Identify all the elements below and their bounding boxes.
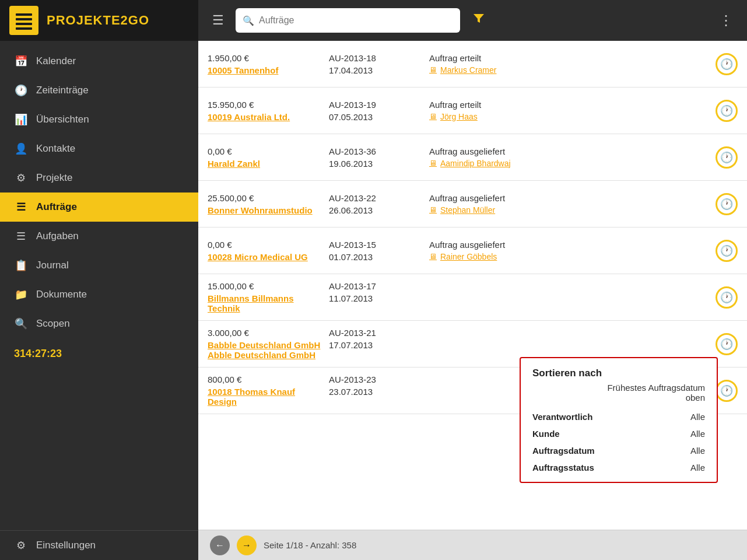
svg-rect-3 xyxy=(16,27,32,30)
auftragsdatum-label: Auftragsdatum xyxy=(532,446,595,456)
timer-button[interactable]: 🕐 xyxy=(716,240,738,262)
order-date: 01.07.2013 xyxy=(329,252,429,262)
order-id: AU-2013-22 xyxy=(329,193,429,203)
order-link[interactable]: 10019 Australia Ltd. xyxy=(208,112,324,122)
svg-rect-0 xyxy=(16,13,32,16)
order-link[interactable]: 10028 Micro Medical UG xyxy=(208,252,324,262)
timer-button[interactable]: 🕐 xyxy=(716,100,738,122)
sidebar-item-scopen[interactable]: 🔍 Scopen xyxy=(0,309,198,338)
order-amount: 25.500,00 € xyxy=(208,193,324,203)
order-date: 23.07.2013 xyxy=(329,387,429,397)
sort-value: Frühestes Auftragsdatum oben xyxy=(607,383,705,402)
orders-list: 1.950,00 € 10005 Tannenhof AU-2013-18 17… xyxy=(198,41,747,530)
order-status: Auftrag ausgeliefert xyxy=(429,240,711,250)
person-link[interactable]: 🖥Markus Cramer xyxy=(429,65,711,75)
auftragsstatus-value[interactable]: Alle xyxy=(690,463,705,473)
sidebar-item-dokumente[interactable]: 📁 Dokumente xyxy=(0,280,198,309)
sidebar-item-einstellungen[interactable]: ⚙ Einstellungen xyxy=(0,531,198,560)
svg-rect-2 xyxy=(16,23,32,25)
page-info: Seite 1/18 - Anzahl: 358 xyxy=(264,540,356,550)
filter-button[interactable] xyxy=(467,7,490,34)
sidebar-header: PROJEKTE2GO xyxy=(0,0,198,41)
timer-button[interactable]: 🕐 xyxy=(716,286,738,309)
person-link[interactable]: 🖥Stephan Müller xyxy=(429,205,711,215)
order-status: Auftrag ausgeliefert xyxy=(429,146,711,156)
auftragsdatum-value[interactable]: Alle xyxy=(690,446,705,456)
order-id: AU-2013-19 xyxy=(329,100,429,110)
person-icon: 👤 xyxy=(14,142,28,155)
order-date: 19.06.2013 xyxy=(329,159,429,169)
sidebar-item-zeiteintraege[interactable]: 🕐 Zeiteinträge xyxy=(0,76,198,105)
search-box[interactable]: 🔍 xyxy=(236,8,460,33)
timer-button[interactable]: 🕐 xyxy=(716,380,738,402)
order-amount: 15.950,00 € xyxy=(208,100,324,110)
svg-rect-1 xyxy=(16,18,32,20)
verantwortlich-value[interactable]: Alle xyxy=(690,412,705,422)
filter-popup: Sortieren nach Frühestes Auftragsdatum o… xyxy=(520,357,718,483)
order-date: 07.05.2013 xyxy=(329,112,429,122)
sidebar-item-auftraege[interactable]: ☰ Aufträge xyxy=(0,192,198,222)
table-row: 1.950,00 € 10005 Tannenhof AU-2013-18 17… xyxy=(198,41,747,88)
order-link[interactable]: Babble Deutschland GmbH Abble Deutschlan… xyxy=(208,340,324,360)
list-icon: ☰ xyxy=(14,201,28,214)
kunde-value[interactable]: Alle xyxy=(690,429,705,439)
person-link[interactable]: 🖥Aamindip Bhardwaj xyxy=(429,159,711,168)
prev-page-button[interactable]: ← xyxy=(210,536,230,555)
sidebar-item-aufgaben[interactable]: ☰ Aufgaben xyxy=(0,222,198,251)
pagination-bar: ← → Seite 1/18 - Anzahl: 358 xyxy=(198,530,747,560)
table-row: 15.000,00 € Billmanns Billmanns Technik … xyxy=(198,274,747,321)
table-row: 25.500,00 € Bonner Wohnraumstudio AU-201… xyxy=(198,181,747,228)
nav-menu: 📅 Kalender 🕐 Zeiteinträge 📊 Übersichten … xyxy=(0,41,198,530)
menu-button[interactable]: ☰ xyxy=(208,8,229,33)
order-amount: 1.950,00 € xyxy=(208,53,324,63)
order-date: 17.04.2013 xyxy=(329,65,429,75)
settings-section: ⚙ Einstellungen xyxy=(0,530,198,560)
order-amount: 800,00 € xyxy=(208,374,324,384)
calendar-icon: 📅 xyxy=(14,55,28,68)
kunde-label: Kunde xyxy=(532,429,560,439)
order-link[interactable]: 10018 Thomas Knauf Design xyxy=(208,387,324,407)
search-input[interactable] xyxy=(259,15,453,26)
verantwortlich-label: Verantwortlich xyxy=(532,412,592,422)
sidebar-item-journal[interactable]: 📋 Journal xyxy=(0,251,198,280)
order-link[interactable]: Bonner Wohnraumstudio xyxy=(208,205,324,215)
tasks-icon: ☰ xyxy=(14,230,28,243)
auftragsstatus-label: Auftragsstatus xyxy=(532,463,594,473)
more-options-button[interactable]: ⋮ xyxy=(714,8,738,33)
order-date: 17.07.2013 xyxy=(329,340,429,350)
search-icon: 🔍 xyxy=(14,317,28,330)
timer-button[interactable]: 🕐 xyxy=(716,193,738,215)
sidebar-item-kalender[interactable]: 📅 Kalender xyxy=(0,47,198,76)
table-row: 15.950,00 € 10019 Australia Ltd. AU-2013… xyxy=(198,88,747,134)
person-link[interactable]: 🖥Rainer Göbbels xyxy=(429,252,711,261)
timer-button[interactable]: 🕐 xyxy=(716,146,738,169)
order-amount: 0,00 € xyxy=(208,240,324,250)
order-amount: 15.000,00 € xyxy=(208,281,324,291)
order-link[interactable]: Harald Zankl xyxy=(208,159,324,169)
order-amount: 0,00 € xyxy=(208,146,324,156)
logo-icon xyxy=(9,6,38,35)
order-id: AU-2013-15 xyxy=(329,240,429,250)
order-status: Auftrag erteilt xyxy=(429,100,711,110)
main-area: ☰ 🔍 ⋮ 1.950,00 € 10005 Tannenhof AU-2013… xyxy=(198,0,747,560)
folder-icon: 📁 xyxy=(14,288,28,301)
order-date: 26.06.2013 xyxy=(329,205,429,215)
table-row: 0,00 € Harald Zankl AU-2013-36 19.06.201… xyxy=(198,134,747,181)
sidebar-item-projekte[interactable]: ⚙ Projekte xyxy=(0,163,198,192)
sidebar-item-kontakte[interactable]: 👤 Kontakte xyxy=(0,134,198,163)
sidebar-item-uebersichten[interactable]: 📊 Übersichten xyxy=(0,105,198,134)
timer-button[interactable]: 🕐 xyxy=(716,53,738,75)
timer-button[interactable]: 🕐 xyxy=(716,333,738,355)
person-link[interactable]: 🖥Jörg Haas xyxy=(429,112,711,121)
order-id: AU-2013-36 xyxy=(329,146,429,156)
order-link[interactable]: 10005 Tannenhof xyxy=(208,65,324,75)
order-id: AU-2013-23 xyxy=(329,374,429,384)
order-link[interactable]: Billmanns Billmanns Technik xyxy=(208,293,324,313)
table-row: 0,00 € 10028 Micro Medical UG AU-2013-15… xyxy=(198,228,747,274)
next-page-button[interactable]: → xyxy=(237,536,257,555)
order-date: 11.07.2013 xyxy=(329,293,429,303)
sidebar: PROJEKTE2GO 📅 Kalender 🕐 Zeiteinträge 📊 … xyxy=(0,0,198,560)
sort-label: Sortieren nach xyxy=(532,368,602,379)
order-status: Auftrag ausgeliefert xyxy=(429,193,711,203)
order-id: AU-2013-18 xyxy=(329,53,429,63)
